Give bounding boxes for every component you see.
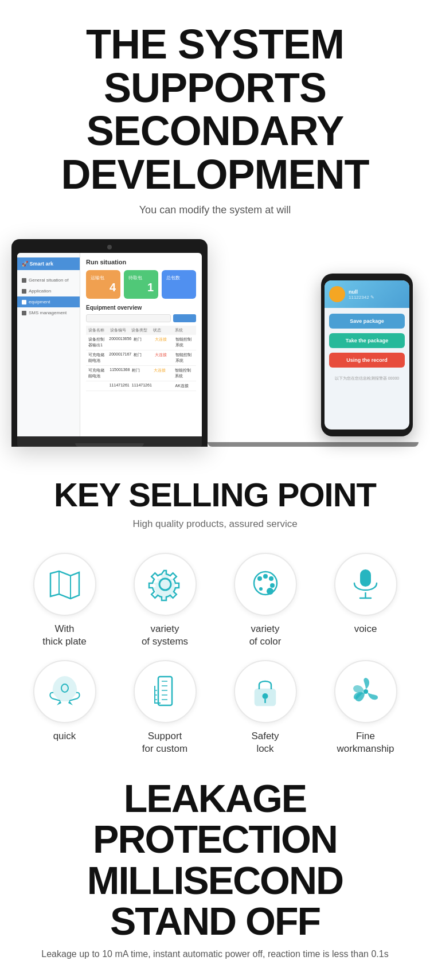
selling-subtitle: High quality products, assured service xyxy=(11,518,419,530)
sidebar-item-sms: SMS management xyxy=(17,307,80,318)
laptop-screen: 🚀 Smart ark General situation of Applica… xyxy=(17,253,202,436)
features-grid: Withthick plate varietyof systems xyxy=(0,536,430,760)
app-sidebar: 🚀 Smart ark General situation of Applica… xyxy=(17,253,80,436)
svg-point-19 xyxy=(263,693,268,699)
table-row: 可充电储能电池 2000017167 柜门 大连接 智能控制系统 xyxy=(86,350,196,366)
sidebar-icon-equipment xyxy=(22,300,26,304)
feature-item-systems: varietyof systems xyxy=(118,553,212,648)
sidebar-icon-general xyxy=(22,278,26,283)
search-btn-mock[interactable] xyxy=(173,314,196,322)
search-input-mock[interactable] xyxy=(86,314,171,322)
table-row: 设备控制器输出1 2000013656 柜门 大连接 智能控制系统 xyxy=(86,335,196,350)
equipment-overview-title: Equipment overview xyxy=(86,304,196,311)
sidebar-icon-sms xyxy=(22,311,26,315)
stat-card-green: 待取包 1 xyxy=(124,270,158,299)
feature-icon-circle-map xyxy=(33,553,96,616)
feature-icon-circle-lock xyxy=(234,660,297,723)
map-icon xyxy=(48,569,82,600)
laptop-stand xyxy=(208,442,419,447)
phone-user-info: null 11122342 ✎ xyxy=(349,289,374,300)
feature-item-lock: Safetylock xyxy=(218,660,312,755)
col-id: 设备编号 xyxy=(110,327,130,333)
leakage-section: LEAKAGE PROTECTIONMILLISECONDSTAND OFF L… xyxy=(0,761,430,973)
table-row: 可充电储能电池 115001368 柜门 大连接 智能控制系统 xyxy=(86,366,196,381)
svg-point-21 xyxy=(363,689,368,694)
sidebar-item-equipment[interactable]: equipment xyxy=(17,296,80,307)
selling-section: KEY SELLING POINT High quality products,… xyxy=(0,447,430,536)
table-row: 111471261 111471261 AK连接 xyxy=(86,381,196,391)
stat-cards: 运输包 4 待取包 1 总包数 xyxy=(86,270,196,299)
gear-icon xyxy=(148,567,182,602)
feature-item-voice: voice xyxy=(318,553,413,648)
laptop-mockup: 🚀 Smart ark General situation of Applica… xyxy=(11,239,208,447)
feature-label-color: varietyof color xyxy=(249,623,282,648)
feature-item-workmanship: Fineworkmanship xyxy=(318,660,413,755)
phone-footer: 以下为您在您信息检测报警器 00000 xyxy=(325,373,409,384)
svg-point-4 xyxy=(269,576,273,581)
feature-item-custom: Supportfor custom xyxy=(118,660,212,755)
col-type: 设备类型 xyxy=(131,327,151,333)
palette-icon xyxy=(248,567,283,602)
svg-point-5 xyxy=(270,583,275,588)
phone-record-btn[interactable]: Using the record xyxy=(329,353,405,368)
laptop-camera xyxy=(107,245,112,249)
laptop-base xyxy=(17,436,202,447)
feature-label-custom: Supportfor custom xyxy=(142,730,187,755)
screen-inner: 🚀 Smart ark General situation of Applica… xyxy=(17,253,202,436)
feature-label-systems: varietyof systems xyxy=(142,623,188,648)
col-name: 设备名称 xyxy=(88,327,108,333)
search-bar xyxy=(86,314,196,322)
phone-save-btn[interactable]: Save package xyxy=(329,314,405,329)
ruler-icon xyxy=(149,674,181,709)
hero-section: THE SYSTEM SUPPORTS SECONDARY DEVELOPMEN… xyxy=(0,0,430,228)
feature-icon-circle-mic xyxy=(334,553,397,616)
hero-subtitle: You can modify the system at will xyxy=(17,204,413,216)
hero-title: THE SYSTEM SUPPORTS SECONDARY DEVELOPMEN… xyxy=(17,23,413,196)
phone-screen: null 11122342 ✎ Save package Take the pa… xyxy=(325,280,409,430)
phone-userid: 11122342 ✎ xyxy=(349,295,374,300)
phone-take-btn[interactable]: Take the package xyxy=(329,333,405,348)
mic-icon xyxy=(350,567,381,602)
feature-icon-circle-rocket xyxy=(33,660,96,723)
feature-icon-circle-fan xyxy=(334,660,397,723)
feature-label-workmanship: Fineworkmanship xyxy=(337,730,394,755)
leakage-subtitle: Leakage up to 10 mA time, instant automa… xyxy=(11,947,419,961)
feature-label-thick-plate: Withthick plate xyxy=(42,623,87,648)
feature-label-voice: voice xyxy=(354,623,377,635)
fan-icon xyxy=(349,674,383,709)
feature-icon-circle-gear xyxy=(134,553,197,616)
stat-num-1: 4 xyxy=(91,281,116,294)
svg-point-7 xyxy=(267,588,273,595)
col-sys: 系统 xyxy=(175,327,194,333)
svg-point-3 xyxy=(263,574,268,579)
phone-username: null xyxy=(349,289,374,295)
phone-buttons: Save package Take the package Using the … xyxy=(325,308,409,373)
feature-icon-circle-palette xyxy=(234,553,297,616)
lock-icon xyxy=(249,674,281,709)
phone-header: null 11122342 ✎ xyxy=(325,280,409,308)
svg-rect-8 xyxy=(360,569,371,587)
phone-mockup: null 11122342 ✎ Save package Take the pa… xyxy=(321,274,413,436)
sidebar-icon-application xyxy=(22,289,26,294)
phone-avatar xyxy=(329,286,345,302)
leakage-title: LEAKAGE PROTECTIONMILLISECONDSTAND OFF xyxy=(11,778,419,942)
main-content: Run situation 运输包 4 待取包 1 总包数 xyxy=(80,253,202,436)
stat-card-orange: 运输包 4 xyxy=(86,270,120,299)
stat-num-2: 1 xyxy=(128,281,154,294)
feature-item-color: varietyof color xyxy=(218,553,312,648)
feature-icon-circle-ruler xyxy=(134,660,197,723)
run-title: Run situation xyxy=(86,259,196,266)
sidebar-logo: 🚀 Smart ark xyxy=(17,257,80,270)
device-container: 🚀 Smart ark General situation of Applica… xyxy=(0,228,430,447)
svg-point-2 xyxy=(257,576,262,581)
selling-title: KEY SELLING POINT xyxy=(11,475,419,514)
feature-item-quick: quick xyxy=(17,660,112,755)
stat-card-blue: 总包数 xyxy=(162,270,196,299)
rocket-icon xyxy=(48,674,82,709)
feature-item-thick-plate: Withthick plate xyxy=(17,553,112,648)
sidebar-item-general: General situation of xyxy=(17,275,80,286)
feature-label-quick: quick xyxy=(53,730,76,743)
svg-point-6 xyxy=(259,587,263,591)
table-header: 设备名称 设备编号 设备类型 状态 系统 xyxy=(86,326,196,335)
col-status: 状态 xyxy=(153,327,173,333)
